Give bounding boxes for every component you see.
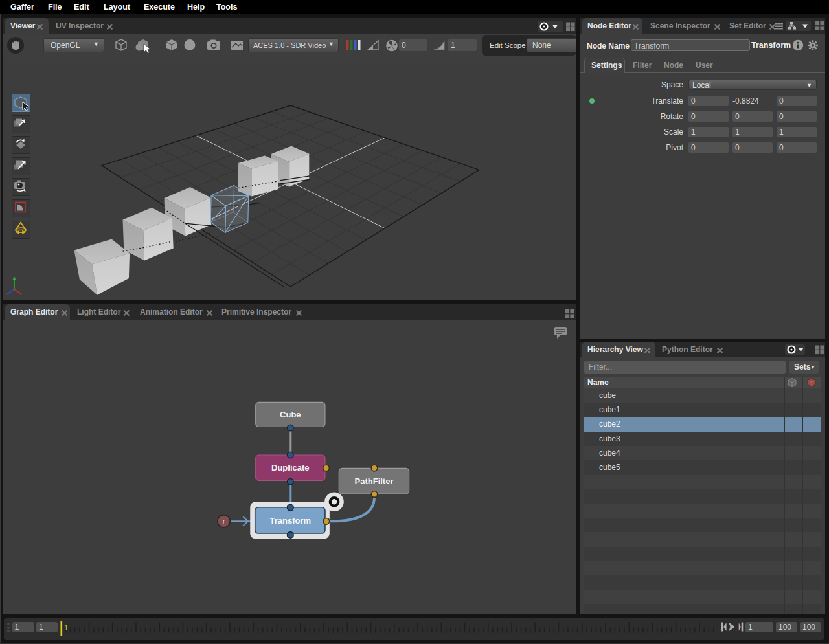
svg-text:Transform: Transform [270,516,312,526]
svg-text:Cube: Cube [280,410,301,419]
svg-text:Duplicate: Duplicate [271,463,310,472]
svg-text:PathFilter: PathFilter [355,476,394,486]
svg-text:1: 1 [64,623,69,632]
svg-text:r: r [223,517,225,526]
